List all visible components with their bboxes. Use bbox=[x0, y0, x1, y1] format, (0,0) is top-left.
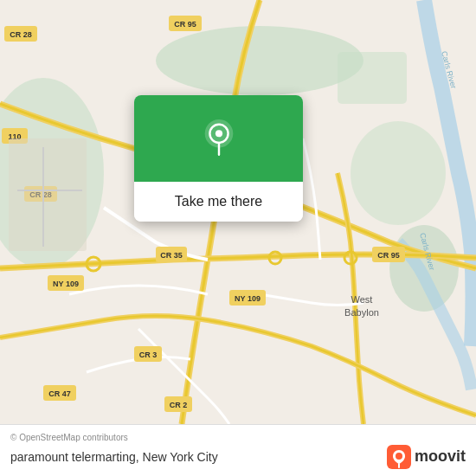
svg-text:CR 2: CR 2 bbox=[170, 401, 188, 409]
svg-point-1 bbox=[156, 26, 363, 95]
svg-text:NY 109: NY 109 bbox=[53, 280, 79, 288]
map-attribution: © OpenStreetMap contributors bbox=[10, 433, 466, 442]
svg-rect-32 bbox=[9, 138, 87, 251]
popup-card: Take me there bbox=[134, 95, 303, 222]
svg-text:CR 95: CR 95 bbox=[174, 20, 196, 29]
svg-text:CR 95: CR 95 bbox=[377, 251, 400, 260]
location-pin-icon bbox=[200, 119, 238, 158]
svg-text:CR 3: CR 3 bbox=[139, 351, 158, 359]
popup-green-area bbox=[134, 95, 303, 182]
svg-point-42 bbox=[396, 453, 402, 460]
place-name: paramount telermarting, New York City bbox=[10, 450, 218, 464]
bottom-bar: © OpenStreetMap contributors paramount t… bbox=[0, 424, 476, 476]
take-me-there-button[interactable]: Take me there bbox=[134, 182, 303, 222]
svg-point-40 bbox=[215, 130, 222, 137]
map-container: CR 28 CR 95 110 CR 28 NY 109 CR 35 CR 95… bbox=[0, 0, 476, 424]
moovit-icon bbox=[387, 445, 411, 469]
svg-text:CR 47: CR 47 bbox=[48, 389, 71, 398]
svg-text:Babylon: Babylon bbox=[344, 307, 379, 318]
svg-text:West: West bbox=[351, 294, 373, 305]
svg-point-4 bbox=[351, 121, 446, 225]
svg-text:CR 28: CR 28 bbox=[10, 30, 32, 39]
bottom-info: paramount telermarting, New York City mo… bbox=[10, 445, 466, 469]
moovit-text: moovit bbox=[415, 447, 466, 466]
svg-text:CR 35: CR 35 bbox=[160, 251, 183, 260]
moovit-logo: moovit bbox=[387, 445, 466, 469]
svg-text:NY 109: NY 109 bbox=[235, 294, 261, 303]
svg-rect-3 bbox=[338, 52, 407, 104]
